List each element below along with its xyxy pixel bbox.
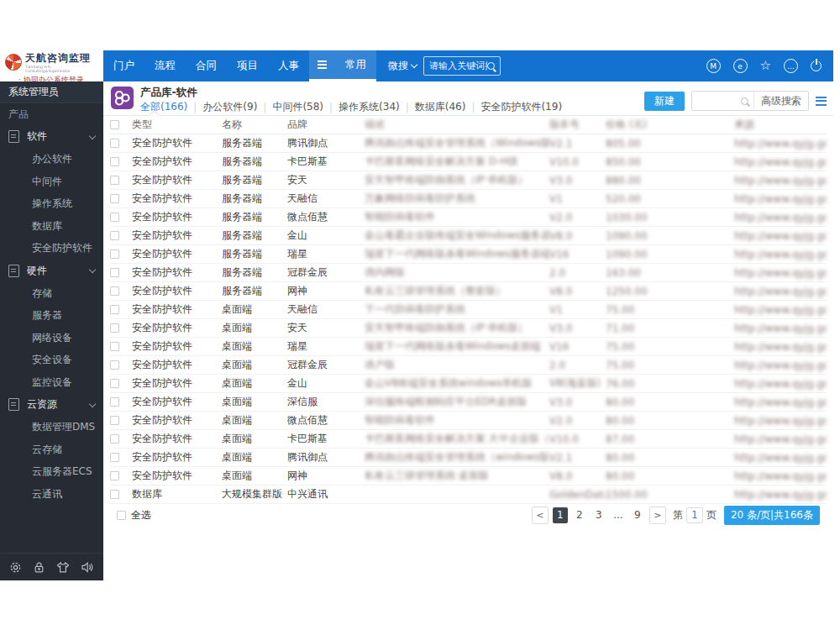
row-checkbox[interactable]: [110, 323, 119, 333]
sidebar-item[interactable]: 安全防护软件: [0, 237, 103, 260]
row-checkbox[interactable]: [110, 249, 119, 259]
cell-brand: 网神: [287, 284, 365, 298]
sidebar-group-header[interactable]: 硬件: [0, 260, 103, 282]
power-logout-icon[interactable]: [811, 60, 822, 71]
table-row[interactable]: 安全防护软件桌面端卡巴斯基卡巴斯基网络安全解决方案 大中企业版（部分·KIS）V…: [110, 430, 827, 449]
nav-item[interactable]: 门户: [103, 50, 144, 81]
table-row[interactable]: 安全防护软件桌面端腾讯御点腾讯御点终端安全管理系统（windows版）·V2.1…: [110, 449, 827, 467]
table-row[interactable]: 安全防护软件服务器端微点佰慧智能防病毒软件V2.01030.00http://w…: [110, 208, 827, 227]
page-jump-input[interactable]: 1: [686, 507, 703, 523]
row-checkbox[interactable]: [110, 490, 119, 499]
tab-3[interactable]: 中间件(58): [272, 100, 323, 114]
sidebar-category-product[interactable]: 产品: [0, 103, 103, 125]
advanced-search-button[interactable]: 高级搜索: [753, 92, 808, 110]
page-number-button[interactable]: 2: [572, 507, 587, 523]
theme-shirt-icon[interactable]: [56, 561, 70, 574]
nav-item[interactable]: 人事: [268, 50, 309, 81]
tab-6[interactable]: 安全防护软件(19): [480, 100, 562, 114]
row-checkbox[interactable]: [110, 453, 119, 462]
row-checkbox[interactable]: [110, 360, 119, 370]
table-row[interactable]: 安全防护软件服务器端卡巴斯基卡巴斯基网络安全解决方案 D-H级V10.0850.…: [110, 153, 827, 171]
row-checkbox[interactable]: [110, 194, 119, 203]
sidebar-item[interactable]: 服务器: [0, 304, 103, 327]
feedback-icon[interactable]: e: [733, 59, 748, 73]
sidebar-item[interactable]: 监控设备: [0, 371, 103, 394]
sidebar-item[interactable]: 云服务器ECS: [0, 460, 103, 483]
nav-item[interactable]: 流程: [144, 50, 186, 81]
table-row[interactable]: 安全防护软件服务器端腾讯御点腾讯御点终端安全管理系统（Windows版）V2.1…: [110, 134, 827, 153]
lock-icon[interactable]: [33, 561, 45, 574]
sidebar-item[interactable]: 操作系统: [0, 192, 103, 215]
sidebar-item[interactable]: 安全设备: [0, 349, 103, 371]
table-row[interactable]: 安全防护软件桌面端微点佰慧智能防病毒软件V2.080.00http://www.…: [110, 412, 827, 430]
nav-item-common[interactable]: 常用: [335, 50, 376, 79]
page-number-button[interactable]: 9: [630, 507, 645, 523]
sidebar-item[interactable]: 办公软件: [0, 148, 103, 171]
table-row[interactable]: 安全防护软件桌面端冠群金辰强户版2.075.00http://www.qyjg.…: [110, 356, 827, 375]
row-checkbox[interactable]: [110, 305, 119, 314]
nav-menu-icon[interactable]: [309, 50, 335, 79]
volume-speaker-icon[interactable]: [81, 561, 94, 574]
table-row[interactable]: 安全防护软件桌面端安天安天智甲终端防御系统（IP·单机版）V3.071.00ht…: [110, 319, 827, 338]
page-prev-button[interactable]: <: [532, 507, 549, 524]
wesearch-dropdown[interactable]: 微搜: [388, 50, 417, 81]
header-checkbox[interactable]: [110, 120, 119, 129]
filter-search-icon[interactable]: [741, 97, 748, 105]
page-number-button[interactable]: 1: [553, 507, 568, 523]
table-row[interactable]: 安全防护软件服务器端冠群金辰强内网版2.0163.00http://www.qy…: [110, 264, 827, 282]
row-checkbox[interactable]: [110, 213, 119, 222]
sidebar-item[interactable]: 网络设备: [0, 327, 103, 349]
list-view-icon[interactable]: [816, 97, 827, 106]
table-row[interactable]: 数据库大规模集群版中兴通讯GoldenData s...1500.00http:…: [110, 486, 827, 504]
more-options-icon[interactable]: ...: [784, 59, 798, 73]
sidebar-group-header[interactable]: 云资源: [0, 393, 103, 416]
row-checkbox[interactable]: [110, 434, 119, 444]
row-checkbox[interactable]: [110, 342, 119, 351]
row-checkbox[interactable]: [110, 397, 119, 407]
table-row[interactable]: 安全防护软件桌面端深信服深信服终端检测响应平台EDR桌面版V3.080.00ht…: [110, 393, 827, 412]
table-row[interactable]: 安全防护软件服务器端安天安天智甲终端防御系统（IP·单机版）V3.0880.00…: [110, 171, 827, 190]
sidebar-item[interactable]: 云通讯: [0, 483, 103, 506]
settings-gear-icon[interactable]: [9, 561, 22, 574]
favorite-star-icon[interactable]: ☆: [760, 60, 771, 72]
table-row[interactable]: 安全防护软件桌面端瑞星瑞星下一代网络版杀毒Windows桌面端V1675.00h…: [110, 338, 827, 356]
row-checkbox[interactable]: [110, 471, 119, 480]
sidebar-item[interactable]: 数据库: [0, 215, 103, 238]
row-checkbox[interactable]: [110, 268, 119, 277]
table-row[interactable]: 安全防护软件桌面端天融信下一代防病毒防护系统V175.00http://www.…: [110, 301, 827, 319]
table-row[interactable]: 安全防护软件服务器端金山金山毒霸企业版终端安全Windows服务器版V8.010…: [110, 227, 827, 245]
filter-search-input[interactable]: [692, 92, 736, 110]
table-row[interactable]: 安全防护软件服务器端瑞星瑞星下一代网络版杀毒Windows服务器端V161090…: [110, 245, 827, 264]
row-checkbox[interactable]: [110, 139, 119, 148]
tab-4[interactable]: 操作系统(34): [339, 100, 400, 114]
tab-5[interactable]: 数据库(46): [415, 100, 466, 114]
table-row[interactable]: 安全防护软件服务器端天融信万象网络防病毒防护系统V1520.00http://w…: [110, 190, 827, 208]
nav-item[interactable]: 项目: [227, 50, 268, 81]
table-row[interactable]: 安全防护软件桌面端金山金山V8终端安全系统windows单机版V8(海蓝版)76…: [110, 375, 827, 393]
sidebar-group-header[interactable]: 软件: [0, 125, 103, 148]
sidebar-item[interactable]: 中间件: [0, 171, 103, 193]
search-icon[interactable]: [487, 62, 495, 70]
row-checkbox[interactable]: [110, 379, 119, 388]
new-button[interactable]: 新建: [644, 92, 685, 111]
select-all-checkbox[interactable]: [117, 511, 126, 520]
row-checkbox[interactable]: [110, 176, 119, 185]
row-checkbox[interactable]: [110, 286, 119, 296]
table-row[interactable]: 安全防护软件服务器端网神私有云三级管理系统（整套版）V8.01250.00htt…: [110, 282, 827, 301]
tab-2[interactable]: 办公软件(9): [202, 100, 257, 114]
sidebar-item[interactable]: 云存储: [0, 438, 103, 461]
select-all-control[interactable]: 全选: [117, 508, 151, 522]
nav-item[interactable]: 合同: [186, 50, 227, 81]
page-next-button[interactable]: >: [649, 507, 666, 524]
sidebar-item[interactable]: 数据管理DMS: [0, 416, 103, 438]
page-number-button[interactable]: 3: [591, 507, 606, 523]
table-row[interactable]: 安全防护软件桌面端网神私有云三级管理系统·桌面版V8.080.00http://…: [110, 467, 827, 486]
m-badge-icon[interactable]: M: [706, 59, 721, 73]
global-search-input[interactable]: 请输入关键词搜索: [423, 56, 501, 76]
row-checkbox[interactable]: [110, 231, 119, 240]
row-checkbox[interactable]: [110, 416, 119, 425]
sidebar-item[interactable]: 存储: [0, 282, 103, 305]
row-checkbox[interactable]: [110, 157, 119, 166]
tab-1[interactable]: 全部(166): [140, 100, 187, 114]
page-size-badge[interactable]: 20 条/页|共166条: [724, 506, 820, 525]
